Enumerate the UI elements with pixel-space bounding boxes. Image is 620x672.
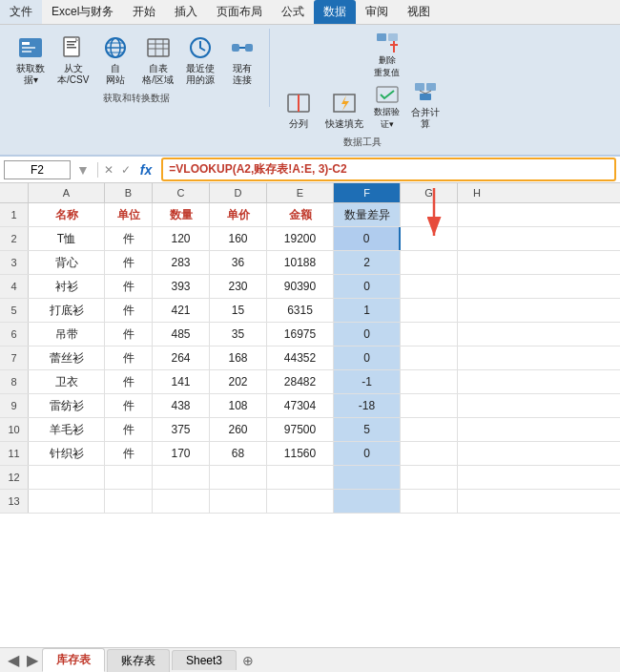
existing-conn-button[interactable]: 现有连接	[223, 31, 261, 88]
data-cell[interactable]: 5	[334, 418, 401, 441]
col-header-h[interactable]: H	[458, 183, 496, 202]
data-cell[interactable]: 230	[210, 275, 267, 298]
data-cell[interactable]	[401, 251, 458, 274]
data-cell[interactable]: 120	[153, 227, 210, 250]
data-cell[interactable]	[401, 227, 458, 250]
col-header-a[interactable]: A	[29, 183, 105, 202]
data-cell[interactable]: 0	[334, 442, 401, 465]
data-cell[interactable]: 卫衣	[29, 370, 105, 393]
data-cell[interactable]: 260	[210, 418, 267, 441]
data-cell[interactable]	[401, 442, 458, 465]
data-cell[interactable]	[29, 466, 105, 489]
data-cell[interactable]: 393	[153, 275, 210, 298]
data-cell[interactable]: 264	[153, 346, 210, 369]
header-cell[interactable]: 名称	[29, 203, 105, 226]
data-cell[interactable]: 141	[153, 370, 210, 393]
data-cell[interactable]: 16975	[267, 323, 334, 346]
header-cell[interactable]: 单位	[105, 203, 153, 226]
header-cell[interactable]: 数量差异	[334, 203, 401, 226]
data-cell[interactable]: 件	[105, 227, 153, 250]
data-cell[interactable]: 0	[334, 323, 401, 346]
split-button[interactable]: 分列	[279, 86, 318, 132]
data-cell[interactable]	[401, 466, 458, 489]
menu-item-insert[interactable]: 插入	[165, 0, 207, 24]
data-cell[interactable]	[401, 394, 458, 417]
data-cell[interactable]: 10188	[267, 251, 334, 274]
data-cell[interactable]: -18	[334, 394, 401, 417]
tab-kucun[interactable]: 库存表	[42, 648, 105, 672]
data-cell[interactable]: -1	[334, 370, 401, 393]
data-cell[interactable]: 羊毛衫	[29, 418, 105, 441]
data-cell[interactable]: 0	[334, 346, 401, 369]
menu-item-formula[interactable]: 公式	[272, 0, 314, 24]
data-cell[interactable]: 44352	[267, 346, 334, 369]
col-header-c[interactable]: C	[153, 183, 210, 202]
tab-nav-right[interactable]: ▶	[23, 651, 42, 669]
data-cell[interactable]: 283	[153, 251, 210, 274]
add-sheet-button[interactable]: ⊕	[242, 653, 254, 668]
data-cell[interactable]	[153, 490, 210, 513]
data-cell[interactable]: 160	[210, 227, 267, 250]
tab-sheet3[interactable]: Sheet3	[172, 650, 237, 670]
data-cell[interactable]: 1	[334, 299, 401, 322]
name-box[interactable]	[4, 160, 71, 179]
col-header-d[interactable]: D	[210, 183, 267, 202]
data-cell[interactable]: 28482	[267, 370, 334, 393]
formula-input[interactable]: =VLOOKUP(A2,账存表!A:E, 3)-C2	[161, 158, 616, 181]
data-cell[interactable]: 针织衫	[29, 442, 105, 465]
flash-fill-button[interactable]: 快速填充	[321, 86, 367, 132]
data-cell[interactable]: 108	[210, 394, 267, 417]
cancel-icon[interactable]: ✕	[104, 163, 114, 177]
data-cell[interactable]: 35	[210, 323, 267, 346]
data-cell[interactable]: 168	[210, 346, 267, 369]
header-cell[interactable]: 单价	[210, 203, 267, 226]
data-cell[interactable]: 438	[153, 394, 210, 417]
col-header-b[interactable]: B	[105, 183, 153, 202]
data-cell[interactable]: 件	[105, 418, 153, 441]
header-cell[interactable]: 数量	[153, 203, 210, 226]
confirm-icon[interactable]: ✓	[121, 163, 131, 177]
data-cell[interactable]	[153, 466, 210, 489]
data-cell[interactable]: 421	[153, 299, 210, 322]
data-cell[interactable]: 36	[210, 251, 267, 274]
data-cell[interactable]: 件	[105, 394, 153, 417]
data-cell[interactable]: 97500	[267, 418, 334, 441]
data-cell[interactable]	[29, 490, 105, 513]
tab-nav-left[interactable]: ◀	[4, 651, 23, 669]
data-cell[interactable]	[334, 466, 401, 489]
data-cell[interactable]: 11560	[267, 442, 334, 465]
menu-item-view[interactable]: 视图	[398, 0, 440, 24]
data-cell[interactable]	[401, 275, 458, 298]
data-cell[interactable]	[334, 490, 401, 513]
menu-item-data[interactable]: 数据	[314, 0, 356, 24]
data-cell[interactable]	[267, 490, 334, 513]
menu-item-layout[interactable]: 页面布局	[207, 0, 272, 24]
data-cell[interactable]: 485	[153, 323, 210, 346]
data-cell[interactable]: 15	[210, 299, 267, 322]
recent-source-button[interactable]: 最近使用的源	[181, 31, 219, 88]
data-cell[interactable]	[210, 466, 267, 489]
validate-button[interactable]: 数据验证▾	[371, 82, 403, 132]
menu-item-home[interactable]: 开始	[123, 0, 165, 24]
data-cell[interactable]	[401, 490, 458, 513]
menu-item-file[interactable]: 文件	[0, 0, 42, 24]
from-text-button[interactable]: 从文本/CSV	[53, 31, 93, 88]
data-cell[interactable]: 19200	[267, 227, 334, 250]
data-cell[interactable]	[401, 418, 458, 441]
data-cell[interactable]: 件	[105, 275, 153, 298]
get-data-button[interactable]: 获取数据▾	[11, 31, 50, 88]
data-cell[interactable]: 雷纺衫	[29, 394, 105, 417]
data-cell[interactable]: 47304	[267, 394, 334, 417]
col-header-f[interactable]: F	[334, 183, 401, 202]
data-cell[interactable]: 375	[153, 418, 210, 441]
data-cell[interactable]: 6315	[267, 299, 334, 322]
data-cell[interactable]: 打底衫	[29, 299, 105, 322]
data-cell[interactable]: 件	[105, 370, 153, 393]
data-cell[interactable]: 90390	[267, 275, 334, 298]
data-cell[interactable]: 2	[334, 251, 401, 274]
data-cell[interactable]: T恤	[29, 227, 105, 250]
data-cell[interactable]: 68	[210, 442, 267, 465]
data-cell[interactable]: 0	[334, 275, 401, 298]
header-cell[interactable]	[401, 203, 458, 226]
data-cell[interactable]	[401, 299, 458, 322]
